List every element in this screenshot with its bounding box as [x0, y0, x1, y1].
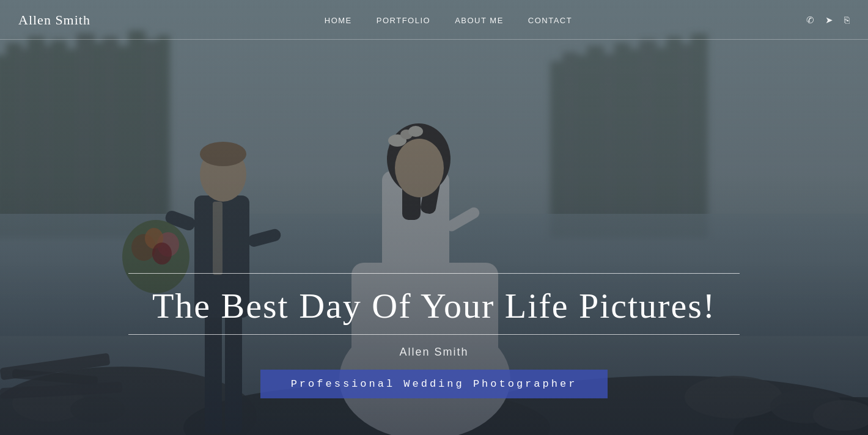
nav-contact[interactable]: CONTACT: [528, 16, 572, 25]
hero-badge: Professional Wedding Photographer: [260, 370, 608, 398]
hero-section: Allen Smith HOME PORTFOLIO ABOUT ME CONT…: [0, 0, 868, 435]
hero-photographer-name: Allen Smith: [128, 346, 740, 359]
phone-icon[interactable]: ✆: [806, 15, 814, 26]
nav-portfolio[interactable]: PORTFOLIO: [377, 16, 430, 25]
nav-links: HOME PORTFOLIO ABOUT ME CONTACT: [325, 15, 572, 26]
share-icon[interactable]: ⎘: [844, 15, 850, 25]
nav-about-me[interactable]: ABOUT ME: [455, 16, 504, 25]
site-logo[interactable]: Allen Smith: [18, 12, 90, 28]
hero-title: The Best Day Of Your Life Pictures!: [128, 286, 740, 327]
hero-content: The Best Day Of Your Life Pictures! Alle…: [128, 273, 740, 398]
location-icon[interactable]: ➤: [825, 15, 833, 26]
hero-rule-top: [128, 273, 740, 274]
nav-home[interactable]: HOME: [325, 16, 352, 25]
navbar: Allen Smith HOME PORTFOLIO ABOUT ME CONT…: [0, 0, 868, 40]
hero-rule-bottom: [128, 334, 740, 335]
nav-icon-group: ✆ ➤ ⎘: [806, 15, 850, 26]
